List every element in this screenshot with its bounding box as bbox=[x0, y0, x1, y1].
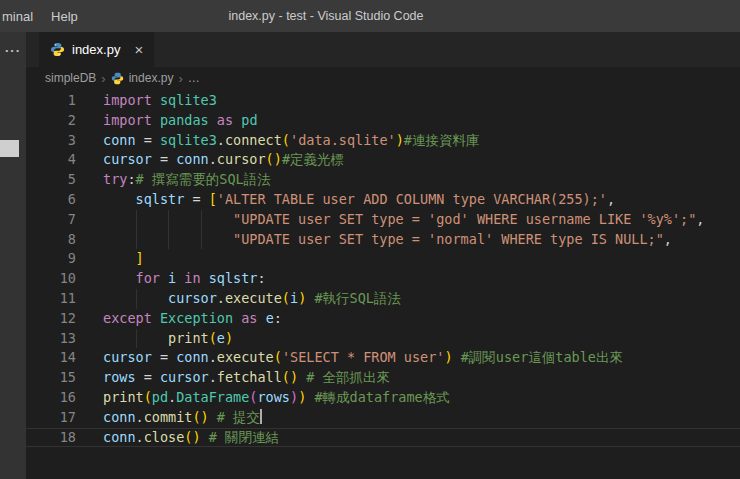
code-line-18[interactable]: 18conn.close() # 關閉連結 bbox=[26, 428, 740, 448]
breadcrumb-symbol[interactable]: … bbox=[188, 71, 200, 85]
code-line-3[interactable]: 3conn = sqlite3.connect('data.sqlite')#連… bbox=[26, 131, 740, 151]
indent-guide bbox=[136, 289, 137, 309]
breadcrumb: simpleDB › index.py › … bbox=[26, 67, 740, 89]
indent-guide bbox=[136, 210, 137, 250]
line-number: 15 bbox=[26, 368, 76, 388]
activity-bar-indicator bbox=[0, 140, 19, 157]
code-text: except Exception as e: bbox=[76, 309, 282, 329]
code-text: "UPDATE user SET type = 'god' WHERE user… bbox=[76, 210, 704, 230]
line-number: 6 bbox=[26, 190, 76, 210]
code-line-17[interactable]: 17conn.commit() # 提交 bbox=[26, 408, 740, 428]
line-number: 3 bbox=[26, 131, 76, 151]
code-text: rows = cursor.fetchall() # 全部抓出來 bbox=[76, 368, 390, 388]
code-line-16[interactable]: 16print(pd.DataFrame(rows)) #轉成dataframe… bbox=[26, 388, 740, 408]
code-line-10[interactable]: 10 for i in sqlstr: bbox=[26, 269, 740, 289]
breadcrumb-file[interactable]: index.py bbox=[129, 71, 174, 85]
line-number: 2 bbox=[26, 111, 76, 131]
text-cursor bbox=[260, 409, 262, 424]
code-text: conn = sqlite3.connect('data.sqlite')#連接… bbox=[76, 131, 479, 151]
code-text: print(pd.DataFrame(rows)) #轉成dataframe格式 bbox=[76, 388, 450, 408]
code-text: import sqlite3 bbox=[76, 91, 217, 111]
line-number: 9 bbox=[26, 249, 76, 269]
title-bar: minal Help index.py - test - Visual Stud… bbox=[0, 0, 740, 32]
window-title: index.py - test - Visual Studio Code bbox=[0, 9, 652, 23]
menu-terminal[interactable]: minal bbox=[0, 9, 42, 24]
vscode-window: minal Help index.py - test - Visual Stud… bbox=[0, 0, 740, 479]
line-number: 10 bbox=[26, 269, 76, 289]
code-text: try:# 撰寫需要的SQL語法 bbox=[76, 170, 271, 190]
code-text: cursor.execute(i) #執行SQL語法 bbox=[76, 289, 401, 309]
indent-guide bbox=[136, 329, 137, 349]
editor-group: index.py × simpleDB › index.py › … bbox=[26, 32, 740, 479]
code-text: ] bbox=[76, 249, 144, 269]
line-number: 13 bbox=[26, 329, 76, 349]
code-line-13[interactable]: 13 print(e) bbox=[26, 329, 740, 349]
line-number: 16 bbox=[26, 388, 76, 408]
indent-guide bbox=[201, 210, 202, 250]
line-number: 1 bbox=[26, 91, 76, 111]
code-line-6[interactable]: 6 sqlstr = ['ALTER TABLE user ADD COLUMN… bbox=[26, 190, 740, 210]
code-line-7[interactable]: 7 "UPDATE user SET type = 'god' WHERE us… bbox=[26, 210, 740, 230]
code-line-14[interactable]: 14cursor = conn.execute('SELECT * FROM u… bbox=[26, 348, 740, 368]
tab-close-icon[interactable]: × bbox=[134, 42, 143, 57]
breadcrumb-folder[interactable]: simpleDB bbox=[45, 71, 96, 85]
code-line-5[interactable]: 5try:# 撰寫需要的SQL語法 bbox=[26, 170, 740, 190]
code-text: cursor = conn.cursor()#定義光標 bbox=[76, 150, 344, 170]
code-line-4[interactable]: 4cursor = conn.cursor()#定義光標 bbox=[26, 150, 740, 170]
line-number: 5 bbox=[26, 170, 76, 190]
tab-bar: index.py × bbox=[26, 32, 740, 67]
line-number: 12 bbox=[26, 309, 76, 329]
code-line-2[interactable]: 2import pandas as pd bbox=[26, 111, 740, 131]
python-file-icon bbox=[50, 42, 65, 57]
breadcrumb-separator-icon: › bbox=[178, 71, 182, 86]
line-number: 18 bbox=[26, 428, 76, 448]
tab-index-py[interactable]: index.py × bbox=[39, 32, 154, 67]
line-number: 17 bbox=[26, 408, 76, 428]
code-line-9[interactable]: 9 ] bbox=[26, 249, 740, 269]
tab-label: index.py bbox=[72, 42, 120, 57]
menu-bar: minal Help bbox=[0, 9, 87, 24]
code-line-12[interactable]: 12except Exception as e: bbox=[26, 309, 740, 329]
main-area: ··· index.py × bbox=[0, 32, 740, 479]
code-text: import pandas as pd bbox=[76, 111, 258, 131]
code-lines: 1import sqlite32import pandas as pd3conn… bbox=[26, 91, 740, 447]
code-text: cursor = conn.execute('SELECT * FROM use… bbox=[76, 348, 623, 368]
code-text: sqlstr = ['ALTER TABLE user ADD COLUMN t… bbox=[76, 190, 615, 210]
code-line-8[interactable]: 8 "UPDATE user SET type = 'normal' WHERE… bbox=[26, 230, 740, 250]
activity-bar: ··· bbox=[0, 32, 26, 479]
code-editor[interactable]: 1import sqlite32import pandas as pd3conn… bbox=[26, 89, 740, 479]
code-text: conn.commit() # 提交 bbox=[76, 408, 262, 428]
menu-help[interactable]: Help bbox=[42, 9, 87, 24]
code-text: conn.close() # 關閉連結 bbox=[76, 428, 279, 448]
line-number: 4 bbox=[26, 150, 76, 170]
code-line-15[interactable]: 15rows = cursor.fetchall() # 全部抓出來 bbox=[26, 368, 740, 388]
code-line-11[interactable]: 11 cursor.execute(i) #執行SQL語法 bbox=[26, 289, 740, 309]
line-number: 14 bbox=[26, 348, 76, 368]
line-number: 8 bbox=[26, 230, 76, 250]
line-number: 7 bbox=[26, 210, 76, 230]
code-text: "UPDATE user SET type = 'normal' WHERE t… bbox=[76, 230, 672, 250]
code-text: for i in sqlstr: bbox=[76, 269, 266, 289]
code-text: print(e) bbox=[76, 329, 233, 349]
code-line-1[interactable]: 1import sqlite3 bbox=[26, 91, 740, 111]
indent-guide bbox=[168, 210, 169, 250]
line-number: 11 bbox=[26, 289, 76, 309]
overflow-menu-icon[interactable]: ··· bbox=[0, 43, 26, 58]
breadcrumb-separator-icon: › bbox=[101, 71, 105, 86]
python-file-icon bbox=[111, 72, 124, 85]
